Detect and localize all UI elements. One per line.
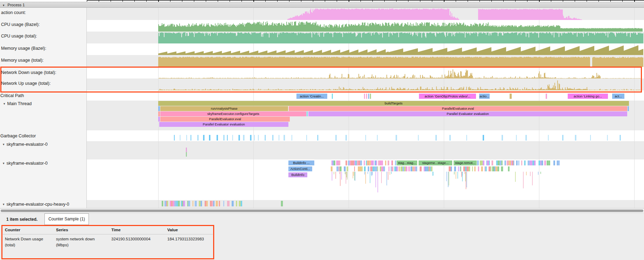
track-label: skyframe-evaluator-0: [7, 161, 48, 166]
trace-span-skyframeexecutor-configuretargets[interactable]: skyframeExecutor.configureTargets: [160, 111, 306, 116]
trace-span-action-genobjcprotos-video[interactable]: action 'GenObjcProtos video/...: [419, 94, 476, 99]
table-cell: Network Down usage: [5, 237, 43, 241]
trace-span-parallel-evaluator-evaluation[interactable]: Parallel Evaluator evaluation: [308, 111, 627, 116]
track-label: Garbage Collector: [0, 134, 36, 138]
sidebar-item-network-down-usage-total[interactable]: Network Down usage (total):: [1, 70, 56, 75]
sidebar-item-network-up-usage-total[interactable]: Network Up usage (total):: [1, 81, 51, 86]
sidebar-item-memory-usage-bazel[interactable]: Memory usage (Bazel):: [1, 46, 46, 51]
trace-span-tick[interactable]: [186, 148, 187, 152]
trace-span-stag-stag[interactable]: stag...stag...: [397, 160, 417, 165]
track-label: Memory usage (Bazel):: [1, 46, 46, 51]
table-cell: (Mbps): [56, 243, 69, 247]
table-header-divider: [3, 234, 213, 234]
collapse-arrow-icon[interactable]: ▾: [4, 102, 5, 105]
trace-viewer: ▾ Process 1 action count:CPU usage (Baze…: [0, 0, 644, 260]
analysis-panel: 1 item selected. Counter Sample (1) Coun…: [0, 213, 644, 260]
table-header-counter: Counter: [5, 228, 20, 232]
track-label-sidebar: action count:CPU usage (Bazel):CPU usage…: [0, 8, 87, 208]
sidebar-item-garbage-collector[interactable]: Garbage Collector: [0, 134, 36, 138]
trace-span-buildinfo[interactable]: BuildInfo: [288, 172, 307, 177]
table-cell: system network down: [56, 237, 95, 241]
scrollbar-thumb[interactable]: [1, 210, 643, 212]
tab-counter-sample[interactable]: Counter Sample (1): [44, 213, 89, 225]
trace-span-tick[interactable]: [307, 111, 308, 116]
trace-span-tick[interactable]: [366, 94, 367, 99]
trace-span-stage-remot[interactable]: stage.remot...: [454, 160, 477, 165]
sidebar-item-cpu-usage-total[interactable]: CPU usage (total):: [1, 34, 37, 39]
collapse-arrow-icon: ▾: [3, 4, 5, 7]
trace-span-parallelevaluator-eval[interactable]: ParallelEvaluator.eval: [160, 117, 290, 122]
trace-span-buildinfo[interactable]: BuildInfo ...: [288, 160, 314, 165]
table-cell: 184.1793113323983: [167, 237, 204, 241]
trace-span-tick[interactable]: [158, 117, 160, 122]
trace-span-tick[interactable]: [186, 152, 187, 157]
trace-span-actionconti[interactable]: ActionConti...: [288, 166, 312, 171]
table-header-series: Series: [56, 228, 68, 232]
trace-span-action-linking-go[interactable]: action 'Linking go...: [568, 94, 608, 99]
trace-span-parallel-evaluator-evaluation[interactable]: Parallel Evaluator evaluation: [159, 122, 288, 127]
track-label: action count:: [1, 10, 26, 15]
trace-span-parallelevaluator-eval[interactable]: ParallelEvaluator.eval: [289, 106, 627, 111]
sidebar-item-skyframe-evaluator-cpu-heavy-0[interactable]: ▾skyframe-evaluator-cpu-heavy-0: [3, 202, 69, 207]
selection-status: 1 item selected.: [6, 217, 37, 222]
sidebar-item-main-thread[interactable]: ▾Main Thread: [4, 101, 31, 106]
trace-span-tick[interactable]: [368, 94, 369, 99]
trace-span-tick[interactable]: [158, 111, 160, 116]
collapse-arrow-icon[interactable]: ▾: [3, 162, 5, 165]
trace-span-tick[interactable]: [510, 94, 512, 99]
trace-span-tick[interactable]: [628, 106, 629, 111]
trace-span-buildtargets[interactable]: buildTargets: [158, 101, 629, 106]
sidebar-item-critical-path[interactable]: Critical Path: [0, 93, 24, 98]
table-header-time: Time: [111, 228, 121, 232]
trace-span-tick[interactable]: [332, 94, 333, 99]
track-label: CPU usage (Bazel):: [1, 22, 40, 27]
track-label: Critical Path: [0, 93, 24, 98]
trace-span-actio[interactable]: actio...: [479, 94, 490, 99]
horizontal-scrollbar[interactable]: [0, 208, 644, 213]
track-label: Memory usage (total):: [1, 58, 44, 63]
trace-span-runanalysisphase[interactable]: runAnalysisPhase: [160, 106, 288, 111]
process-title: Process 1: [8, 3, 25, 7]
table-header-value: Value: [167, 228, 178, 232]
trace-span-tick[interactable]: [158, 106, 160, 111]
sidebar-item-action-count[interactable]: action count:: [1, 10, 26, 15]
table-cell: 324190.51300000004: [111, 237, 150, 241]
track-label: Network Up usage (total):: [1, 81, 51, 86]
sidebar-item-skyframe-evaluator-0-a[interactable]: ▾skyframe-evaluator-0: [3, 142, 48, 147]
trace-span-tick[interactable]: [364, 94, 365, 99]
collapse-arrow-icon[interactable]: ▾: [3, 203, 5, 206]
track-label: CPU usage (total):: [1, 34, 37, 39]
track-label: skyframe-evaluator-cpu-heavy-0: [7, 202, 69, 207]
trace-span-act[interactable]: act...: [612, 94, 624, 99]
sidebar-item-memory-usage-total[interactable]: Memory usage (total):: [1, 58, 44, 63]
track-label: Network Down usage (total):: [1, 70, 56, 75]
trace-span-tick[interactable]: [546, 94, 547, 99]
counter-sample-table: CounterSeriesTimeValueNetwork Down usage…: [0, 225, 644, 260]
collapse-arrow-icon[interactable]: ▾: [3, 143, 5, 146]
table-cell: (total): [5, 243, 15, 247]
trace-span-action-creatin[interactable]: action 'Creatin...: [296, 94, 327, 99]
track-label: skyframe-evaluator-0: [7, 142, 48, 147]
trace-span-stageme-stage[interactable]: stageme...stage...: [419, 160, 452, 165]
sidebar-item-skyframe-evaluator-0-b[interactable]: ▾skyframe-evaluator-0: [3, 161, 48, 166]
sidebar-item-cpu-usage-bazel[interactable]: CPU usage (Bazel):: [1, 22, 40, 27]
trace-span-tick[interactable]: [370, 94, 371, 99]
track-label: Main Thread: [7, 101, 32, 106]
process-group-header[interactable]: ▾ Process 1: [0, 2, 644, 8]
